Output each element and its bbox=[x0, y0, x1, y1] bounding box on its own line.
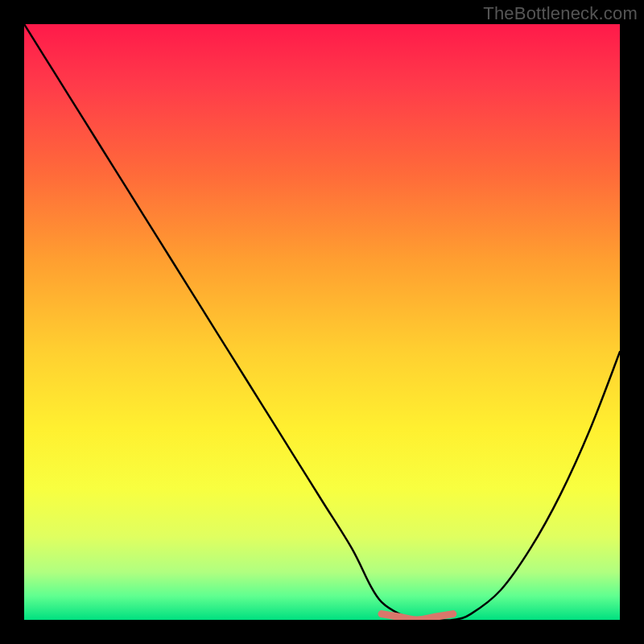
bottleneck-curve bbox=[24, 24, 620, 620]
curve-layer bbox=[24, 24, 620, 620]
plot-area bbox=[24, 24, 620, 620]
flat-minimum-highlight bbox=[382, 614, 453, 620]
watermark-text: TheBottleneck.com bbox=[483, 3, 638, 24]
